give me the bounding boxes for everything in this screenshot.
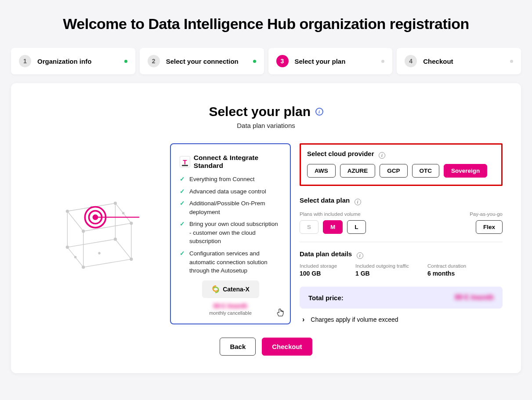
back-button[interactable]: Back <box>220 338 256 356</box>
info-icon[interactable]: i <box>357 252 363 259</box>
feature-text: Advanced data usage control <box>189 187 266 196</box>
charges-text: Charges apply if volume exceed <box>311 316 398 323</box>
provider-azure[interactable]: AZURE <box>340 164 376 178</box>
svg-point-11 <box>74 256 76 258</box>
step-status-dot <box>253 60 256 63</box>
action-row: Back Checkout <box>29 338 503 356</box>
catena-label: Catena-X <box>223 286 250 293</box>
detail-label: Contract duration <box>427 263 466 269</box>
t-brand-logo: T <box>180 156 190 167</box>
total-price-blurred: 99 € /month <box>455 294 494 302</box>
cube-graphic <box>29 143 161 275</box>
data-plan-details: Data plan details i Included storage 100… <box>300 250 503 277</box>
info-icon[interactable]: i <box>315 108 323 116</box>
step-label: Organization info <box>37 58 91 65</box>
check-icon: ✓ <box>180 187 186 196</box>
feature-text: Everything from Connect <box>189 175 255 184</box>
check-icon: ✓ <box>180 220 186 246</box>
cloud-provider-label: Select cloud provider <box>307 150 374 157</box>
step-select-plan[interactable]: 3 Select your plan <box>268 48 393 74</box>
check-icon: ✓ <box>180 175 186 184</box>
feature-text: Additional/Possible On-Prem deployment <box>189 199 281 216</box>
catena-swirl-icon <box>211 285 220 294</box>
svg-point-1 <box>114 202 117 205</box>
cloud-provider-options: AWS AZURE GCP OTC Sovereign <box>307 164 495 178</box>
feature-text: Bring your own cloud subscription - cust… <box>189 220 281 246</box>
section-subtitle: Data plan variations <box>29 122 503 129</box>
step-label: Checkout <box>423 58 453 65</box>
svg-point-0 <box>66 210 69 213</box>
step-label: Select your connection <box>166 58 239 65</box>
size-l[interactable]: L <box>347 220 366 234</box>
catena-x-badge: Catena-X <box>202 280 259 298</box>
step-number: 1 <box>19 55 31 67</box>
step-number: 2 <box>148 55 160 67</box>
size-flex[interactable]: Flex <box>476 220 503 234</box>
step-number: 4 <box>405 55 417 67</box>
data-plan-label: Select data plan <box>300 196 350 204</box>
divider <box>300 242 503 242</box>
info-icon[interactable]: i <box>355 199 361 205</box>
svg-point-15 <box>93 215 98 220</box>
step-organization-info[interactable]: 1 Organization info <box>11 48 135 74</box>
section-title: Select your plan <box>209 104 311 119</box>
feature-text: Configuration services and automatic con… <box>189 249 281 275</box>
svg-point-5 <box>114 238 117 241</box>
details-label: Data plan details <box>300 250 352 258</box>
included-volume-caption: Plans with included volume <box>300 211 366 217</box>
cloud-provider-highlight: Select cloud provider i AWS AZURE GCP OT… <box>300 143 503 186</box>
size-s: S <box>300 220 318 234</box>
svg-point-2 <box>130 222 133 225</box>
svg-point-9 <box>122 212 124 214</box>
detail-storage: Included storage 100 GB <box>300 263 337 277</box>
check-icon: ✓ <box>180 199 186 216</box>
step-status-dot <box>124 60 127 63</box>
detail-traffic: Included outgoing traffic 1 GB <box>355 263 409 277</box>
step-select-connection[interactable]: 2 Select your connection <box>140 48 264 74</box>
plan-card[interactable]: T Connect & Integrate Standard ✓Everythi… <box>170 143 291 324</box>
detail-value: 1 GB <box>355 270 409 277</box>
chevron-right-icon: › <box>302 316 304 324</box>
step-checkout[interactable]: 4 Checkout <box>397 48 521 74</box>
checkout-button[interactable]: Checkout <box>262 338 312 356</box>
step-status-dot <box>510 60 513 63</box>
svg-point-7 <box>82 265 85 269</box>
detail-duration: Contract duration 6 months <box>427 263 466 277</box>
page-title: Welcome to Data Intelligence Hub organiz… <box>11 15 521 33</box>
svg-point-10 <box>98 252 100 254</box>
step-status-dot <box>381 60 384 63</box>
detail-label: Included storage <box>300 263 337 269</box>
feature-list: ✓Everything from Connect ✓Advanced data … <box>180 175 281 275</box>
size-m[interactable]: M <box>323 220 343 234</box>
provider-aws[interactable]: AWS <box>307 164 336 178</box>
plan-title: Connect & Integrate Standard <box>194 154 281 170</box>
info-icon[interactable]: i <box>379 152 385 159</box>
plan-price-blurred: 99 € /month <box>180 302 281 309</box>
provider-sovereign[interactable]: Sovereign <box>444 164 487 178</box>
step-label: Select your plan <box>295 58 346 65</box>
provider-otc[interactable]: OTC <box>412 164 440 178</box>
charges-disclosure[interactable]: › Charges apply if volume exceed <box>300 316 503 324</box>
pointer-cursor-icon <box>276 308 285 320</box>
detail-value: 6 months <box>427 270 466 277</box>
detail-value: 100 GB <box>300 270 337 277</box>
cancel-note: monthly cancellable <box>180 310 281 316</box>
svg-point-6 <box>130 258 133 261</box>
main-card: Select your plan i Data plan variations <box>11 83 521 373</box>
total-label: Total price: <box>308 294 344 302</box>
stepper: 1 Organization info 2 Select your connec… <box>11 48 521 74</box>
step-number: 3 <box>276 55 289 67</box>
payg-caption: Pay-as-you-go <box>470 211 503 217</box>
check-icon: ✓ <box>180 249 186 275</box>
svg-point-3 <box>82 229 85 233</box>
provider-gcp[interactable]: GCP <box>380 164 407 178</box>
detail-label: Included outgoing traffic <box>355 263 409 269</box>
svg-point-4 <box>66 246 69 249</box>
total-price-box: Total price: 99 € /month <box>300 287 503 309</box>
data-plan-section: Select data plan i Plans with included v… <box>300 196 503 234</box>
